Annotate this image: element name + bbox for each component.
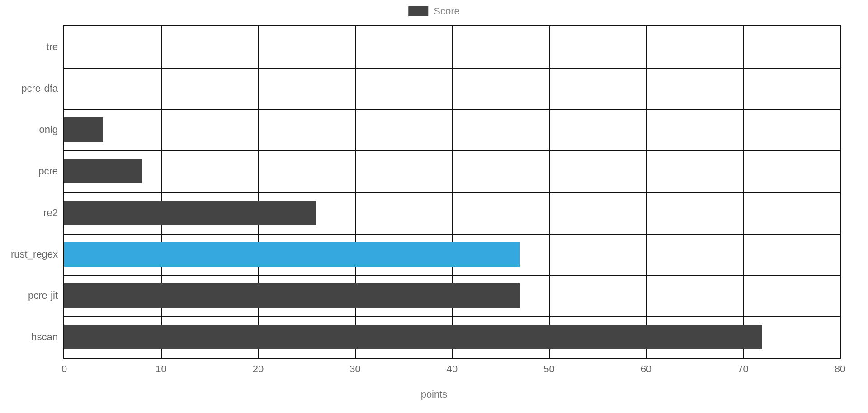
- x-tick-label: 20: [253, 358, 264, 375]
- y-tick-label: pcre-jit: [28, 290, 64, 301]
- y-tick-label: re2: [43, 207, 64, 219]
- bar-hscan: [64, 325, 762, 349]
- legend: Score: [408, 5, 459, 17]
- x-tick-label: 80: [835, 358, 845, 375]
- x-tick-label: 10: [156, 358, 166, 375]
- x-tick-label: 60: [641, 358, 651, 375]
- bar-rust_regex: [64, 242, 520, 267]
- gridline-h: [64, 150, 840, 151]
- plot-area: 01020304050607080trepcre-dfaonigpcrere2r…: [63, 25, 841, 359]
- x-tick-label: 40: [447, 358, 458, 375]
- y-tick-label: rust_regex: [11, 249, 64, 260]
- x-tick-label: 70: [737, 358, 748, 375]
- y-tick-label: onig: [39, 124, 64, 136]
- y-tick-label: hscan: [31, 331, 64, 343]
- x-axis-label: points: [421, 389, 448, 400]
- bar-re2: [64, 201, 316, 225]
- bar-pcre: [64, 159, 142, 183]
- legend-swatch: [408, 6, 428, 16]
- gridline-h: [64, 68, 840, 69]
- gridline-h: [64, 275, 840, 276]
- legend-label: Score: [434, 5, 459, 17]
- chart-container: Score 01020304050607080trepcre-dfaonigpc…: [0, 0, 868, 413]
- y-tick-label: pcre: [38, 165, 64, 177]
- y-tick-label: pcre-dfa: [21, 83, 64, 94]
- gridline-h: [64, 192, 840, 193]
- gridline-h: [64, 234, 840, 235]
- x-tick-label: 50: [543, 358, 554, 375]
- bar-onig: [64, 117, 103, 142]
- gridline-h: [64, 109, 840, 110]
- x-tick-label: 0: [61, 358, 67, 375]
- bar-pcre-jit: [64, 283, 520, 308]
- gridline-h: [64, 316, 840, 317]
- x-tick-label: 30: [349, 358, 360, 375]
- y-tick-label: tre: [46, 41, 64, 53]
